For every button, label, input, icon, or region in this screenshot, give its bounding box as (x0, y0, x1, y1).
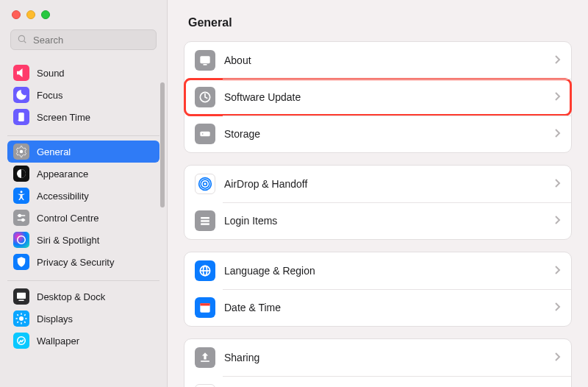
svg-rect-39 (200, 303, 209, 305)
row-language-region[interactable]: Language & Region (184, 252, 571, 289)
sidebar-item-label: General (37, 146, 71, 157)
chevron-right-icon (555, 302, 561, 313)
search-icon (17, 34, 32, 46)
svg-rect-25 (204, 64, 207, 65)
sidebar-item-label: Focus (37, 90, 62, 101)
sidebar-item-label: Siri & Spotlight (37, 235, 99, 246)
main-pane: General About Software Update (168, 0, 588, 387)
sidebar-item-label: Displays (37, 313, 73, 324)
software-update-icon (195, 87, 215, 107)
svg-rect-24 (200, 56, 209, 63)
sidebar-item-label: Wallpaper (37, 335, 79, 347)
sidebar-scrollbar-thumb[interactable] (160, 82, 165, 207)
row-time-machine[interactable]: Time Machine (184, 376, 571, 387)
search-field[interactable] (10, 29, 157, 50)
svg-rect-34 (201, 223, 209, 225)
chevron-right-icon (555, 92, 561, 103)
control-centre-icon (13, 210, 29, 226)
sidebar-item-wallpaper[interactable]: Wallpaper (7, 330, 159, 352)
sidebar-item-displays[interactable]: Displays (7, 308, 159, 330)
row-label: Software Update (224, 91, 555, 103)
time-machine-icon (195, 384, 215, 387)
svg-rect-13 (18, 300, 24, 302)
chevron-right-icon (555, 179, 561, 190)
storage-icon (195, 124, 215, 144)
privacy-icon (13, 254, 29, 270)
row-label: AirDrop & Handoff (224, 178, 555, 190)
sidebar-item-label: Appearance (37, 168, 88, 180)
settings-section: Sharing Time Machine (184, 338, 572, 387)
svg-line-21 (17, 322, 18, 323)
svg-point-8 (18, 215, 21, 217)
sidebar-item-general[interactable]: General (7, 141, 159, 163)
sidebar-item-control-centre[interactable]: Control Centre (7, 207, 159, 229)
sidebar-item-privacy-security[interactable]: Privacy & Security (7, 251, 159, 273)
page-title: General (184, 0, 572, 41)
appearance-icon (13, 166, 29, 182)
sidebar: Sound Focus Screen Time (0, 0, 168, 387)
chevron-right-icon (555, 129, 561, 140)
zoom-window-button[interactable] (41, 10, 50, 19)
sidebar-item-sound[interactable]: Sound (7, 62, 159, 84)
chevron-right-icon (555, 352, 561, 363)
sidebar-item-accessibility[interactable]: Accessibility (7, 185, 159, 207)
svg-point-4 (20, 150, 24, 154)
accessibility-icon (13, 188, 29, 204)
minimize-window-button[interactable] (26, 10, 35, 19)
row-label: Language & Region (224, 265, 555, 277)
close-window-button[interactable] (12, 10, 21, 19)
sidebar-item-desktop-dock[interactable]: Desktop & Dock (7, 285, 159, 308)
sidebar-item-siri-spotlight[interactable]: Siri & Spotlight (7, 229, 159, 251)
svg-point-0 (18, 35, 24, 41)
svg-point-11 (18, 236, 26, 244)
svg-point-10 (22, 219, 24, 221)
row-label: Storage (224, 128, 555, 140)
row-storage[interactable]: Storage (184, 116, 571, 152)
svg-point-14 (19, 316, 24, 321)
settings-section: Language & Region Date & Time (184, 252, 572, 327)
row-airdrop-handoff[interactable]: AirDrop & Handoff (184, 166, 571, 202)
about-icon (195, 50, 215, 71)
row-sharing[interactable]: Sharing (184, 339, 571, 376)
sidebar-item-label: Control Centre (37, 213, 99, 224)
svg-rect-32 (201, 217, 209, 219)
sharing-icon (195, 347, 215, 368)
svg-point-30 (201, 180, 209, 188)
sidebar-item-appearance[interactable]: Appearance (7, 163, 159, 185)
svg-rect-12 (17, 293, 26, 299)
sound-icon (13, 65, 29, 81)
svg-rect-33 (201, 220, 209, 222)
date-time-icon (195, 297, 215, 318)
svg-rect-2 (18, 113, 24, 121)
svg-line-1 (24, 40, 26, 43)
row-label: Sharing (224, 352, 555, 363)
settings-section: About Software Update Storage (184, 41, 572, 153)
svg-point-6 (21, 191, 23, 193)
row-software-update[interactable]: Software Update (184, 79, 571, 116)
row-about[interactable]: About (184, 42, 571, 79)
search-input[interactable] (32, 34, 158, 46)
sidebar-item-label: Desktop & Dock (37, 291, 105, 302)
airdrop-icon (195, 174, 215, 194)
sidebar-item-screen-time[interactable]: Screen Time (7, 106, 159, 128)
login-items-icon (195, 210, 215, 231)
svg-line-20 (24, 322, 26, 323)
row-login-items[interactable]: Login Items (184, 202, 571, 239)
chevron-right-icon (555, 216, 561, 227)
window-controls (0, 0, 167, 26)
desktop-dock-icon (13, 288, 29, 305)
sidebar-item-focus[interactable]: Focus (7, 84, 159, 106)
focus-icon (13, 87, 29, 103)
svg-point-29 (204, 182, 207, 186)
displays-icon (13, 310, 29, 327)
svg-rect-27 (200, 132, 209, 137)
gear-icon (13, 143, 29, 160)
row-label: About (224, 54, 555, 66)
settings-section: AirDrop & Handoff Login Items (184, 165, 572, 240)
row-date-time[interactable]: Date & Time (184, 289, 571, 326)
siri-icon (13, 232, 29, 248)
settings-window: Sound Focus Screen Time (0, 0, 588, 387)
sidebar-item-label: Accessibility (37, 191, 89, 202)
svg-point-3 (18, 120, 20, 121)
svg-point-28 (202, 133, 204, 135)
